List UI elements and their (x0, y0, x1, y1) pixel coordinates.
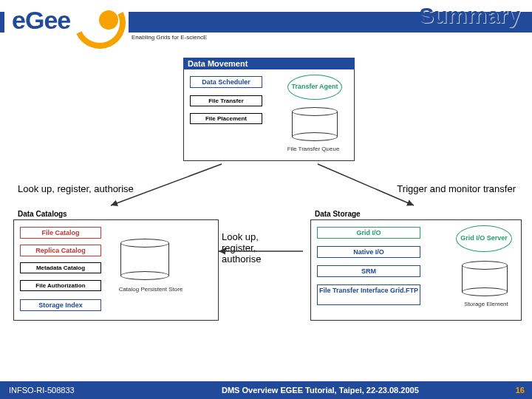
catalog-store-cylinder-icon (120, 239, 169, 280)
data-catalogs-box: Data Catalogs File Catalog Replica Catal… (13, 208, 219, 321)
svg-line-0 (111, 164, 222, 205)
footer-mid: DMS Overview EGEE Tutorial, Taipei, 22-2… (222, 386, 419, 395)
grid-io-box: Grid I/O (317, 227, 420, 239)
box-title: Data Catalogs (13, 208, 219, 220)
box-title: Data Storage (310, 208, 522, 220)
storage-element-label: Storage Element (453, 301, 519, 307)
grid-io-server-oval: Grid I/O Server (456, 225, 512, 252)
svg-line-1 (318, 164, 414, 205)
file-catalog-box: File Catalog (20, 227, 101, 239)
file-authorization-box: File Authorization (20, 280, 101, 291)
page-number: 16 (516, 386, 525, 395)
footer-bar: INFSO-RI-508833 DMS Overview EGEE Tutori… (0, 381, 532, 399)
replica-catalog-box: Replica Catalog (20, 245, 101, 256)
storage-element-cylinder-icon (462, 261, 508, 296)
storage-index-box: Storage Index (20, 299, 101, 311)
footer-left: INFSO-RI-508833 (9, 386, 75, 395)
native-io-box: Native I/O (317, 246, 420, 258)
srm-box: SRM (317, 265, 420, 277)
fti-gridftp-box: File Transfer Interface Grid.FTP (317, 284, 420, 305)
metadata-catalog-box: Metadata Catalog (20, 262, 101, 273)
data-storage-box: Data Storage Grid I/O Native I/O SRM Fil… (310, 208, 522, 321)
catalog-store-label: Catalog Persistent Store (110, 286, 191, 293)
arrows-icon (0, 0, 532, 399)
